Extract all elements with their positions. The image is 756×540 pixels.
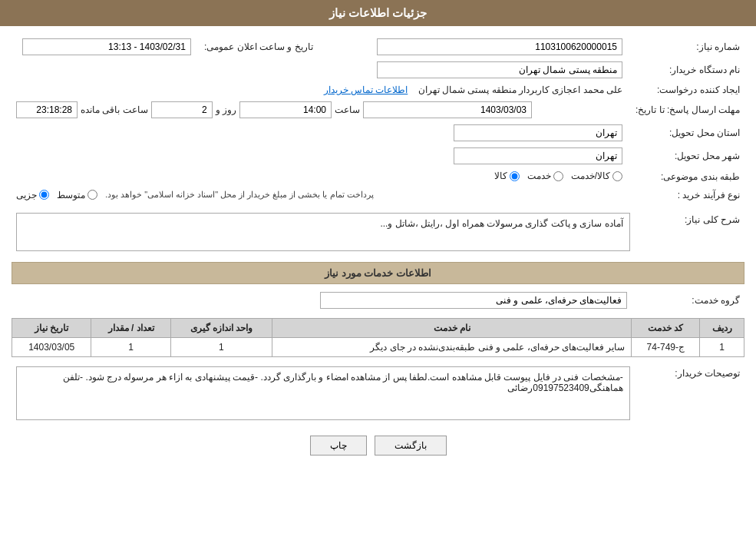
category-khadamat-option[interactable]: خدمت — [527, 171, 563, 181]
col-header-code: کد خدمت — [632, 318, 700, 337]
col-header-date: تاریخ نیاز — [12, 318, 91, 337]
creator-label: ایجاد کننده درخواست: — [627, 81, 744, 98]
response-time-input[interactable] — [239, 101, 332, 118]
time-label: ساعت — [335, 104, 360, 115]
category-radio-group: کالا/خدمت خدمت کالا — [494, 171, 622, 181]
date-input[interactable] — [22, 38, 191, 55]
row-code: ج-749-74 — [632, 337, 700, 356]
date-label: تاریخ و ساعت اعلان عمومی: — [196, 35, 318, 58]
category-kala-label: کالا — [494, 171, 507, 181]
services-section-header: اطلاعات خدمات مورد نیاز — [12, 262, 744, 284]
col-header-row: ردیف — [700, 318, 744, 337]
city-input[interactable] — [454, 147, 622, 164]
row-date: 1403/03/05 — [12, 337, 91, 356]
category-kala-khadamat-label: کالا/خدمت — [571, 171, 610, 181]
creator-contact-link[interactable]: اطلاعات تماس خریدار — [324, 84, 408, 95]
need-description-box[interactable]: آماده سازی و پاکت گذاری مرسولات همراه او… — [16, 213, 630, 251]
creator-value: علی محمد اعجازی کاربردار منطقه پستی شمال… — [418, 84, 622, 95]
remaining-label: ساعت باقی مانده — [81, 104, 148, 115]
purchase-type-label: نوع فرآیند خرید : — [627, 187, 744, 204]
purchase-motawaset-label: متوسط — [57, 190, 85, 200]
category-kala-option[interactable]: کالا — [494, 171, 520, 181]
category-kala-khadamat-option[interactable]: کالا/خدمت — [571, 171, 622, 181]
day-label: روز و — [216, 104, 236, 115]
purchase-jozi-label: جزیی — [16, 190, 37, 200]
buyer-desc-label: توصیحات خریدار: — [635, 363, 744, 423]
service-group-input[interactable] — [320, 292, 627, 309]
category-khadamat-label: خدمت — [527, 171, 551, 181]
row-name: سایر فعالیت‌های حرفه‌ای، علمی و فنی طبقه… — [272, 337, 632, 356]
category-kala-radio[interactable] — [510, 171, 520, 181]
category-khadamat-radio[interactable] — [553, 171, 563, 181]
category-label: طبقه بندی موضوعی: — [627, 167, 744, 187]
city-label: شهر محل تحویل: — [627, 144, 744, 167]
services-table: ردیف کد خدمت نام خدمت واحد اندازه گیری ت… — [12, 318, 744, 357]
purchase-type-radio-group: متوسط جزیی — [16, 190, 97, 200]
row-num: 1 — [700, 337, 744, 356]
category-kala-khadamat-radio[interactable] — [612, 171, 622, 181]
response-remaining-input[interactable] — [16, 101, 78, 118]
purchase-jozi-radio[interactable] — [39, 190, 49, 200]
col-header-qty: تعداد / مقدار — [91, 318, 170, 337]
service-group-label: گروه خدمت: — [632, 289, 744, 312]
table-row: 1 ج-749-74 سایر فعالیت‌های حرفه‌ای، علمی… — [12, 337, 744, 356]
print-button[interactable]: چاپ — [310, 436, 367, 456]
purchase-motawaset-radio[interactable] — [87, 190, 97, 200]
row-unit: 1 — [170, 337, 272, 356]
response-days-input[interactable] — [151, 101, 213, 118]
buyer-description-box[interactable]: -مشخصات فنی در فایل پیوست قابل مشاهده اس… — [16, 366, 630, 420]
row-qty: 1 — [91, 337, 170, 356]
purchase-motawaset-option[interactable]: متوسط — [57, 190, 97, 200]
purchase-jozi-option[interactable]: جزیی — [16, 190, 49, 200]
purchase-notice-text: پرداخت تمام یا بخشی از مبلغ خریدار از مح… — [105, 190, 374, 200]
need-desc-label: شرح کلی نیاز: — [635, 210, 744, 254]
page-header: جزئیات اطلاعات نیاز — [0, 0, 756, 26]
back-button[interactable]: بازگشت — [375, 436, 447, 456]
buyer-station-input[interactable] — [377, 61, 622, 78]
province-input[interactable] — [454, 124, 622, 141]
need-number-input[interactable] — [377, 38, 622, 55]
need-number-label: شماره نیاز: — [627, 35, 744, 58]
response-deadline-label: مهلت ارسال پاسخ: تا تاریخ: — [627, 98, 744, 121]
buyer-station-label: نام دستگاه خریدار: — [627, 58, 744, 81]
button-row: بازگشت چاپ — [12, 436, 744, 456]
province-label: استان محل تحویل: — [627, 121, 744, 144]
col-header-name: نام خدمت — [272, 318, 632, 337]
response-date-input[interactable] — [363, 101, 532, 118]
col-header-unit: واحد اندازه گیری — [170, 318, 272, 337]
